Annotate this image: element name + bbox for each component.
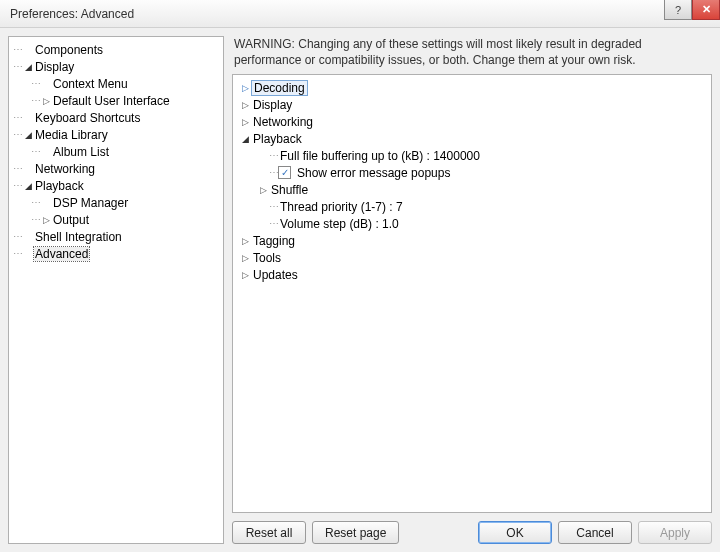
settings-item[interactable]: ▷Updates [233, 266, 711, 283]
sidebar-item-display[interactable]: ⋯◢Display [9, 58, 223, 75]
chevron-down-icon[interactable]: ◢ [22, 181, 34, 191]
tree-item-label: Keyboard Shortcuts [34, 111, 141, 125]
settings-item-label: Thread priority (1-7) : 7 [278, 200, 405, 214]
tree-connector: ⋯ [13, 61, 22, 72]
sidebar-item-default-user-interface[interactable]: ⋯▷Default User Interface [9, 92, 223, 109]
reset-all-button[interactable]: Reset all [232, 521, 306, 544]
tree-connector: ⋯ [13, 180, 22, 191]
sidebar-tree[interactable]: ⋯Components⋯◢Display⋯Context Menu⋯▷Defau… [8, 36, 224, 544]
sidebar-item-dsp-manager[interactable]: ⋯DSP Manager [9, 194, 223, 211]
settings-item[interactable]: ▷Shuffle [233, 181, 711, 198]
settings-item[interactable]: ▷Display [233, 96, 711, 113]
settings-item-label: Networking [251, 115, 315, 129]
chevron-down-icon[interactable]: ◢ [22, 62, 34, 72]
settings-item-label: Decoding [251, 80, 308, 96]
chevron-right-icon[interactable]: ▷ [257, 185, 269, 195]
reset-page-button[interactable]: Reset page [312, 521, 399, 544]
chevron-right-icon[interactable]: ▷ [239, 83, 251, 93]
tree-connector: ⋯ [13, 248, 22, 259]
tree-connector: ⋯ [269, 201, 278, 212]
tree-connector: ⋯ [31, 95, 40, 106]
tree-connector: ⋯ [13, 163, 22, 174]
tree-item-label: Playback [34, 179, 85, 193]
tree-item-label: Components [34, 43, 104, 57]
tree-item-label: Media Library [34, 128, 109, 142]
settings-item[interactable]: ⋯ Full file buffering up to (kB) : 14000… [233, 147, 711, 164]
chevron-right-icon[interactable]: ▷ [40, 215, 52, 225]
tree-connector: ⋯ [269, 150, 278, 161]
settings-item-label: Tools [251, 251, 283, 265]
sidebar-item-context-menu[interactable]: ⋯Context Menu [9, 75, 223, 92]
chevron-right-icon[interactable]: ▷ [239, 117, 251, 127]
sidebar-item-output[interactable]: ⋯▷Output [9, 211, 223, 228]
sidebar-item-shell-integration[interactable]: ⋯Shell Integration [9, 228, 223, 245]
tree-connector: ⋯ [13, 112, 22, 123]
settings-tree[interactable]: ▷Decoding▷Display▷Networking◢Playback⋯ F… [232, 74, 712, 513]
tree-connector: ⋯ [269, 167, 278, 178]
settings-item[interactable]: ⋯ Volume step (dB) : 1.0 [233, 215, 711, 232]
close-button[interactable]: ✕ [692, 0, 720, 20]
sidebar-item-keyboard-shortcuts[interactable]: ⋯Keyboard Shortcuts [9, 109, 223, 126]
tree-connector: ⋯ [31, 214, 40, 225]
chevron-down-icon[interactable]: ◢ [239, 134, 251, 144]
tree-item-label: Album List [52, 145, 110, 159]
ok-button[interactable]: OK [478, 521, 552, 544]
settings-item-label: Volume step (dB) : 1.0 [278, 217, 401, 231]
tree-connector: ⋯ [31, 78, 40, 89]
chevron-down-icon[interactable]: ◢ [22, 130, 34, 140]
cancel-button[interactable]: Cancel [558, 521, 632, 544]
settings-item-label: Tagging [251, 234, 297, 248]
settings-item-label: Display [251, 98, 294, 112]
tree-connector: ⋯ [13, 231, 22, 242]
sidebar-item-media-library[interactable]: ⋯◢Media Library [9, 126, 223, 143]
settings-item-label: Show error message popups [295, 166, 452, 180]
warning-text: WARNING: Changing any of these settings … [232, 36, 712, 74]
chevron-right-icon[interactable]: ▷ [40, 96, 52, 106]
button-row: Reset all Reset page OK Cancel Apply [232, 513, 712, 544]
tree-connector: ⋯ [13, 129, 22, 140]
chevron-right-icon[interactable]: ▷ [239, 100, 251, 110]
settings-item[interactable]: ⋯✓Show error message popups [233, 164, 711, 181]
settings-item[interactable]: ⋯ Thread priority (1-7) : 7 [233, 198, 711, 215]
settings-item[interactable]: ▷Decoding [233, 79, 711, 96]
tree-connector: ⋯ [31, 146, 40, 157]
right-panel: WARNING: Changing any of these settings … [232, 36, 712, 544]
settings-item-label: Shuffle [269, 183, 310, 197]
window-buttons: ? ✕ [664, 0, 720, 20]
settings-item[interactable]: ▷Tagging [233, 232, 711, 249]
settings-item[interactable]: ▷Tools [233, 249, 711, 266]
apply-button[interactable]: Apply [638, 521, 712, 544]
chevron-right-icon[interactable]: ▷ [239, 270, 251, 280]
tree-item-label: Advanced [34, 247, 89, 261]
tree-item-label: DSP Manager [52, 196, 129, 210]
titlebar: Preferences: Advanced ? ✕ [0, 0, 720, 28]
sidebar-item-networking[interactable]: ⋯Networking [9, 160, 223, 177]
sidebar-item-album-list[interactable]: ⋯Album List [9, 143, 223, 160]
checkbox[interactable]: ✓ [278, 166, 291, 179]
tree-item-label: Context Menu [52, 77, 129, 91]
tree-item-label: Display [34, 60, 75, 74]
settings-item-label: Full file buffering up to (kB) : 1400000 [278, 149, 482, 163]
content: ⋯Components⋯◢Display⋯Context Menu⋯▷Defau… [0, 28, 720, 552]
sidebar-item-advanced[interactable]: ⋯Advanced [9, 245, 223, 262]
tree-item-label: Shell Integration [34, 230, 123, 244]
tree-item-label: Networking [34, 162, 96, 176]
settings-item-label: Playback [251, 132, 304, 146]
window-title: Preferences: Advanced [10, 7, 134, 21]
chevron-right-icon[interactable]: ▷ [239, 236, 251, 246]
settings-item-label: Updates [251, 268, 300, 282]
sidebar-item-playback[interactable]: ⋯◢Playback [9, 177, 223, 194]
settings-item[interactable]: ▷Networking [233, 113, 711, 130]
tree-item-label: Default User Interface [52, 94, 171, 108]
tree-item-label: Output [52, 213, 90, 227]
tree-connector: ⋯ [13, 44, 22, 55]
help-button[interactable]: ? [664, 0, 692, 20]
settings-item[interactable]: ◢Playback [233, 130, 711, 147]
chevron-right-icon[interactable]: ▷ [239, 253, 251, 263]
tree-connector: ⋯ [31, 197, 40, 208]
sidebar-item-components[interactable]: ⋯Components [9, 41, 223, 58]
tree-connector: ⋯ [269, 218, 278, 229]
